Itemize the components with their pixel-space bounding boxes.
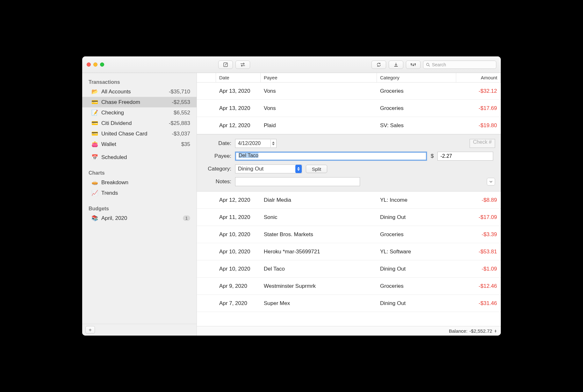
chevron-down-icon — [489, 180, 493, 183]
account-icon: 💳 — [91, 130, 98, 137]
zoom-window-button[interactable] — [100, 62, 104, 67]
add-account-button[interactable]: ＋ — [85, 326, 95, 334]
svg-point-4 — [415, 63, 416, 64]
editor-notes-field[interactable] — [235, 177, 360, 186]
sidebar-item-label: April, 2020 — [101, 215, 180, 221]
editor-amount-field[interactable] — [437, 152, 493, 161]
cell-category: YL: Income — [377, 197, 452, 203]
compose-icon — [223, 62, 228, 67]
sidebar-item-label: Scheduled — [101, 154, 190, 161]
table-row[interactable]: Apr 11, 2020SonicDining Out-$17.09 — [197, 209, 501, 226]
cell-category: Groceries — [377, 231, 452, 238]
chart-icon: 🥧 — [91, 179, 98, 186]
account-icon: 💳 — [91, 99, 98, 105]
table-row[interactable]: Apr 7, 2020Super MexDining Out-$31.46 — [197, 295, 501, 312]
editor-category-select[interactable]: Dining Out — [235, 164, 302, 173]
column-payee[interactable]: Payee — [261, 73, 377, 82]
search-field[interactable] — [423, 61, 496, 69]
cell-date: Apr 13, 2020 — [216, 88, 261, 94]
sidebar-heading-budgets: Budgets — [82, 203, 197, 213]
editor-check-field[interactable]: Check # — [470, 139, 495, 148]
filter-button[interactable] — [406, 61, 421, 69]
sidebar-item-amount: $6,552 — [174, 110, 190, 116]
sidebar: Transactions 📂All Accounts-$35,710💳Chase… — [82, 73, 197, 336]
editor-payee-field[interactable]: Del Taco — [235, 152, 427, 161]
svg-rect-1 — [394, 66, 398, 67]
account-icon: 📝 — [91, 109, 98, 116]
split-button[interactable]: Split — [306, 165, 327, 173]
calendar-icon: 📅 — [91, 154, 98, 161]
balance-value: -$2,552.72 — [469, 328, 492, 334]
cell-category: YL: Software — [377, 249, 452, 255]
compose-button[interactable] — [218, 61, 233, 69]
cell-amount: -$19.80 — [452, 122, 497, 129]
sidebar-item-account[interactable]: 👛Wallet$35 — [82, 139, 197, 149]
svg-point-2 — [411, 63, 412, 64]
account-icon: 📂 — [91, 88, 98, 95]
window-controls — [87, 62, 104, 67]
editor-category-label: Category: — [203, 166, 231, 172]
editor-date-field[interactable]: 4/12/2020 — [235, 139, 277, 148]
cell-amount: -$17.69 — [452, 105, 497, 112]
sidebar-item-account[interactable]: 📝Checking$6,552 — [82, 107, 197, 118]
search-input[interactable] — [432, 62, 493, 67]
table-row[interactable]: Apr 13, 2020VonsGroceries-$32.12 — [197, 83, 501, 100]
sidebar-item-amount: -$3,037 — [172, 131, 190, 137]
cell-date: Apr 11, 2020 — [216, 214, 261, 221]
column-category[interactable]: Category — [377, 73, 456, 82]
account-icon: 👛 — [91, 141, 98, 148]
cell-date: Apr 10, 2020 — [216, 266, 261, 272]
cell-date: Apr 7, 2020 — [216, 300, 261, 307]
cell-date: Apr 13, 2020 — [216, 105, 261, 112]
cell-payee: Stater Bros. Markets — [261, 231, 377, 238]
cell-payee: Super Mex — [261, 300, 377, 307]
column-headers: Date Payee Category Amount — [197, 73, 501, 83]
editor-date-label: Date: — [203, 140, 231, 147]
balance-stepper-icon[interactable]: ▲▼ — [494, 330, 497, 333]
table-row[interactable]: Apr 9, 2020Westminster SuprmrkGroceries-… — [197, 278, 501, 295]
table-row[interactable]: Apr 13, 2020VonsGroceries-$17.69 — [197, 100, 501, 117]
import-button[interactable] — [389, 61, 403, 69]
sidebar-item-chart[interactable]: 🥧Breakdown — [82, 177, 197, 188]
cell-category: Groceries — [377, 88, 452, 94]
cell-amount: -$32.12 — [452, 88, 497, 94]
editor-payee-value: Del Taco — [239, 153, 258, 158]
sidebar-item-label: All Accounts — [101, 89, 166, 95]
sidebar-item-label: Trends — [101, 190, 190, 196]
sync-button[interactable] — [371, 61, 386, 69]
column-amount[interactable]: Amount — [456, 73, 501, 82]
table-row[interactable]: Apr 10, 2020Del TacoDining Out-$1.09 — [197, 260, 501, 278]
editor-category-value: Dining Out — [238, 166, 263, 172]
sidebar-item-account[interactable]: 💳Citi Dividend-$25,883 — [82, 118, 197, 128]
sidebar-item-scheduled[interactable]: 📅 Scheduled — [82, 152, 197, 163]
sidebar-item-budget[interactable]: 📚April, 20201 — [82, 213, 197, 223]
table-row[interactable]: Apr 12, 2020PlaidSV: Sales-$19.80 — [197, 117, 501, 134]
cell-amount: -$31.46 — [452, 300, 497, 307]
editor-notes-label: Notes: — [203, 178, 231, 185]
table-row[interactable]: Apr 10, 2020Stater Bros. MarketsGrocerie… — [197, 226, 501, 243]
sidebar-item-badge: 1 — [183, 215, 190, 221]
sidebar-item-account[interactable]: 💳Chase Freedom-$2,553 — [82, 97, 197, 107]
table-row[interactable]: Apr 12, 2020Dialr MediaYL: Income-$8.89 — [197, 192, 501, 209]
column-date[interactable]: Date — [216, 73, 261, 82]
cell-payee: Heroku *mar-35699721 — [261, 249, 377, 255]
svg-point-3 — [413, 65, 414, 66]
sidebar-item-account[interactable]: 📂All Accounts-$35,710 — [82, 86, 197, 97]
cell-date: Apr 12, 2020 — [216, 197, 261, 203]
sidebar-item-amount: -$35,710 — [169, 89, 190, 95]
close-window-button[interactable] — [87, 62, 91, 67]
minimize-window-button[interactable] — [93, 62, 97, 67]
cell-payee: Westminster Suprmrk — [261, 283, 377, 289]
date-stepper-icon[interactable] — [270, 140, 276, 147]
budget-icon: 📚 — [91, 215, 98, 221]
sidebar-item-chart[interactable]: 📈Trends — [82, 188, 197, 198]
cell-amount: -$3.39 — [452, 231, 497, 238]
sidebar-heading-charts: Charts — [82, 167, 197, 177]
disclosure-button[interactable] — [487, 178, 495, 185]
table-row[interactable]: Apr 10, 2020Heroku *mar-35699721YL: Soft… — [197, 243, 501, 260]
sidebar-item-account[interactable]: 💳United Chase Card-$3,037 — [82, 128, 197, 139]
transfer-button[interactable] — [235, 61, 250, 69]
cell-date: Apr 10, 2020 — [216, 231, 261, 238]
sidebar-item-label: Checking — [101, 110, 170, 116]
currency-symbol: $ — [431, 153, 434, 159]
